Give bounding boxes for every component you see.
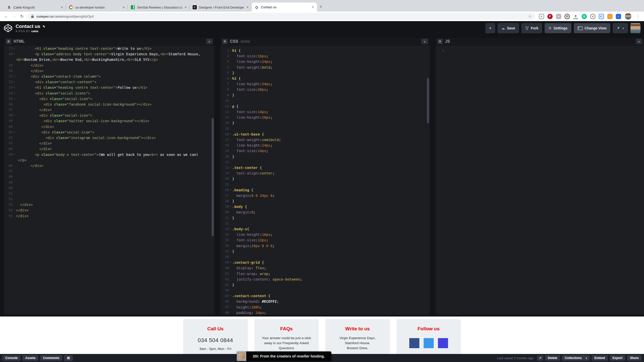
html-code-editor[interactable]: 27▾<h1 class="heading centre text-center…: [4, 46, 214, 315]
browser-tab[interactable]: SCaleb Kingcott×: [4, 3, 66, 12]
code-row: 9}: [220, 93, 430, 98]
browser-tab[interactable]: CDesigner / Front End Develope×: [190, 3, 252, 12]
circle-o-extension-icon[interactable]: O: [565, 14, 570, 19]
fork-button[interactable]: Fork: [521, 23, 542, 33]
js-code-editor[interactable]: 1: [435, 45, 644, 315]
new-tab-button[interactable]: +: [319, 4, 322, 10]
camera-extension-icon[interactable]: ●: [556, 14, 561, 19]
editor-area: ⚙ HTML ∨ 27▾<h1 class="heading centre te…: [0, 35, 644, 316]
pen-title: Contact us: [16, 24, 40, 29]
css-code-editor[interactable]: 1▾h1 {2font-size:16px;3line-height:24px;…: [220, 45, 430, 315]
js-pane-caret-icon[interactable]: ∨: [636, 39, 642, 44]
twitter-icon[interactable]: [424, 338, 434, 348]
fold-spacer: [13, 202, 16, 207]
html-settings-gear-icon[interactable]: ⚙: [6, 39, 11, 44]
insight-extension-icon[interactable]: iC: [599, 14, 604, 19]
html-pane-caret-icon[interactable]: ∨: [206, 39, 213, 44]
browser-tab[interactable]: SenSat Reviews | Glassdoor.co×: [128, 3, 190, 12]
code-text: <h1 class="heading centre text-center">W…: [16, 46, 152, 51]
analytics-extension-icon[interactable]: ~: [607, 14, 613, 19]
comments-button[interactable]: Comments: [40, 355, 62, 361]
console-button[interactable]: Console: [3, 355, 20, 361]
url-bar[interactable]: codepen.io/calebkingcott/pen/gNzOyX ☆: [27, 13, 535, 20]
code-row: 13line-height:20px;: [220, 115, 430, 120]
pocket-extension-icon[interactable]: ∨: [590, 14, 595, 19]
codepen-logo-icon[interactable]: [4, 24, 13, 33]
fold-spacer: [229, 249, 232, 254]
token: font-size: [236, 110, 256, 114]
token: 16px: [258, 54, 266, 58]
token: 24px: [256, 311, 264, 315]
line-number: 25: [220, 182, 229, 187]
collections-button[interactable]: Collections▾: [562, 355, 590, 361]
shortcut-button[interactable]: ⌘: [64, 355, 73, 361]
token: =: [54, 85, 56, 89]
facebook-icon[interactable]: [409, 338, 419, 348]
c-underline-extension-icon[interactable]: C: [573, 14, 578, 19]
css-pane-label: CSS: [230, 39, 238, 44]
save-button[interactable]: ☁Save: [498, 23, 519, 33]
instagram-icon[interactable]: [438, 338, 448, 348]
css-pane-caret-icon[interactable]: ∨: [421, 39, 428, 44]
tab-close-icon[interactable]: ×: [123, 5, 125, 9]
tab-close-icon[interactable]: ×: [247, 5, 249, 9]
back-icon[interactable]: ←: [4, 14, 8, 19]
token: ></div>: [135, 119, 149, 123]
browser-tab[interactable]: ◇Contact us×: [252, 3, 317, 12]
edit-pencil-icon[interactable]: ✎: [43, 25, 45, 28]
token: <div: [35, 80, 44, 84]
token: <div: [39, 113, 48, 117]
pin-button[interactable]: ∨: [613, 23, 628, 33]
export-button[interactable]: Export: [610, 355, 625, 361]
tab-close-icon[interactable]: ×: [185, 5, 187, 9]
line-number: 30: [220, 209, 229, 215]
token: h1: [232, 49, 236, 53]
js-pane-label: JS: [445, 39, 450, 44]
delete-button[interactable]: Delete: [545, 355, 560, 361]
browser-profile-avatar[interactable]: [625, 13, 631, 20]
code-text: </div>: [16, 107, 52, 113]
share-button[interactable]: Share: [627, 355, 641, 361]
code-text: h1 {: [232, 48, 241, 53]
css-settings-gear-icon[interactable]: ⚙: [222, 39, 228, 44]
sponsor-toast[interactable]: 20i: From the creators of reseller hosti…: [237, 351, 331, 361]
like-button[interactable]: ♥: [486, 23, 495, 33]
reload-icon[interactable]: ↻: [20, 14, 24, 19]
ticket-extension-icon[interactable]: r: [539, 14, 544, 19]
browser-menu-icon[interactable]: ⋮: [636, 14, 640, 19]
html-scrollbar[interactable]: [212, 118, 214, 236]
assets-button[interactable]: Assets: [22, 355, 38, 361]
pinterest-extension-icon[interactable]: P: [547, 14, 553, 19]
token: Follow us: [118, 85, 137, 89]
token: .contact-grid: [232, 260, 260, 264]
settings-button[interactable]: ⚙Settings: [545, 23, 571, 33]
token: font-weight: [236, 138, 260, 142]
devtools-extension-icon[interactable]: ‹: [616, 14, 621, 19]
css-scrollbar[interactable]: [427, 78, 429, 123]
bookmark-star-icon[interactable]: ☆: [528, 14, 532, 19]
gear-icon: ⚙: [548, 26, 552, 30]
token: "twitter social-icon-background": [67, 119, 135, 123]
js-settings-gear-icon[interactable]: ⚙: [437, 39, 443, 44]
code-text: font-size:20px;: [232, 87, 268, 92]
tab-close-icon[interactable]: ×: [312, 5, 314, 9]
fold-caret-icon: ▾: [229, 104, 232, 109]
token: </div>: [41, 125, 54, 129]
token: {: [266, 294, 270, 298]
change-view-button[interactable]: Change View: [574, 23, 610, 33]
card-title: FAQs: [254, 326, 319, 332]
line-number: 32: [4, 79, 13, 85]
code-row: 11▾p {: [220, 104, 430, 109]
tab-close-icon[interactable]: ×: [61, 5, 63, 9]
embed-button[interactable]: Embed: [592, 355, 608, 361]
token: </h1>: [141, 47, 151, 51]
browser-tab[interactable]: ux developer london×: [66, 3, 128, 12]
grammarly-extension-icon[interactable]: G: [582, 14, 587, 19]
line-number: 33: [4, 85, 13, 90]
open-external-icon[interactable]: ↗: [537, 355, 543, 361]
token: </p>: [149, 58, 158, 62]
contact-card: Follow us: [396, 319, 461, 354]
user-avatar[interactable]: [630, 23, 640, 33]
token: :: [256, 87, 258, 92]
author-link[interactable]: caleb: [31, 30, 38, 33]
